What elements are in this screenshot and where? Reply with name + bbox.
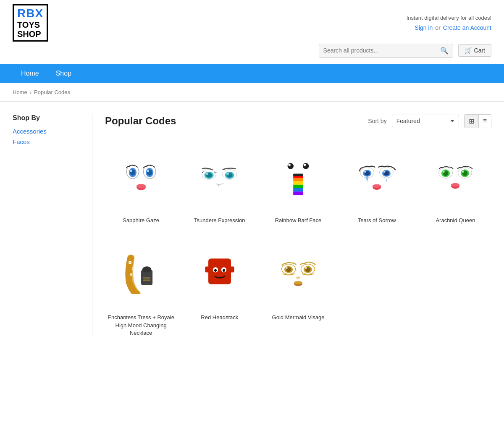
header-right: Instant digital delivery for all codes! …	[407, 15, 491, 31]
svg-point-9	[136, 184, 146, 188]
svg-rect-66	[205, 266, 209, 272]
view-toggle: ⊞ ≡	[464, 114, 491, 128]
product-grid-row2: Enchantess Tress + Royale High Mood Chan…	[105, 237, 491, 337]
breadcrumb: Home › Popular Codes	[0, 83, 504, 102]
svg-rect-25	[293, 181, 303, 185]
cart-button[interactable]: 🛒 Cart	[458, 44, 491, 57]
product-name-enchantess-tress: Enchantess Tress + Royale High Mood Chan…	[105, 314, 177, 337]
product-card-rainbow-barf[interactable]: Rainbow Barf Face	[262, 140, 334, 224]
create-account-link[interactable]: Create an Account	[443, 24, 491, 31]
svg-point-20	[303, 163, 309, 169]
list-view-button[interactable]: ≡	[479, 115, 491, 128]
product-image-rainbow-barf	[262, 140, 334, 212]
nav-bar: Home Shop	[0, 64, 504, 83]
search-icon-button[interactable]: 🔍	[440, 47, 449, 55]
product-name-red-headstack: Red Headstack	[201, 314, 238, 321]
cart-label: Cart	[474, 47, 485, 54]
product-card-gold-mermaid-visage[interactable]: Gold Mermaid Visage	[262, 237, 334, 337]
product-image-gold-mermaid-visage	[262, 237, 334, 309]
svg-point-3	[130, 170, 132, 173]
instant-delivery-text: Instant digital delivery for all codes!	[407, 15, 491, 21]
products-title: Popular Codes	[105, 115, 176, 127]
svg-point-71	[286, 267, 288, 269]
breadcrumb-current: Popular Codes	[34, 89, 70, 95]
sort-area: Sort by Featured Best Selling Price: Low…	[368, 114, 491, 128]
breadcrumb-home[interactable]: Home	[13, 89, 27, 95]
product-name-tsundere: Tsundere Expression	[194, 217, 245, 224]
svg-rect-26	[293, 185, 303, 188]
products-area: Popular Codes Sort by Featured Best Sell…	[92, 114, 491, 337]
product-card-sapphire-gaze[interactable]: Sapphire Gaze	[105, 140, 177, 224]
product-name-rainbow-barf: Rainbow Barf Face	[275, 217, 322, 224]
or-text: or	[435, 24, 440, 31]
nav-item-shop[interactable]: Shop	[47, 64, 80, 83]
svg-point-75	[305, 267, 307, 269]
svg-point-48	[462, 171, 464, 173]
product-card-arachnid-queen[interactable]: Arachnid Queen	[420, 140, 491, 224]
header: RBX TOYS SHOP Instant digital delivery f…	[0, 0, 504, 44]
svg-rect-29	[293, 174, 303, 176]
svg-point-33	[364, 171, 366, 173]
sort-label: Sort by	[368, 118, 386, 124]
product-card-tears-of-sorrow[interactable]: Tears of Sorrow	[341, 140, 413, 224]
product-image-tears-of-sorrow	[341, 140, 413, 212]
svg-point-54	[132, 268, 134, 269]
cart-icon: 🛒	[465, 47, 472, 54]
svg-rect-61	[208, 258, 231, 284]
sort-select[interactable]: Featured Best Selling Price: Low to High…	[392, 115, 459, 127]
product-name-tears-of-sorrow: Tears of Sorrow	[358, 217, 396, 224]
product-grid-row1: Sapphire Gaze	[105, 140, 491, 224]
svg-point-50	[451, 183, 459, 186]
svg-point-44	[443, 171, 445, 173]
svg-point-76	[296, 276, 300, 279]
search-input[interactable]	[323, 47, 440, 54]
svg-rect-27	[293, 188, 303, 192]
main-content: Shop By Accessories Faces Popular Codes …	[0, 102, 504, 349]
logo-rbx: RBX	[17, 7, 43, 20]
svg-point-13	[206, 173, 208, 175]
sidebar-item-faces[interactable]: Faces	[13, 138, 84, 145]
search-box: 🔍	[319, 44, 453, 58]
product-image-arachnid-queen	[420, 140, 491, 212]
svg-point-21	[288, 164, 290, 166]
svg-point-40	[373, 184, 381, 188]
product-card-enchantess-tress[interactable]: Enchantess Tress + Royale High Mood Chan…	[105, 237, 177, 337]
product-image-red-headstack	[184, 237, 255, 309]
svg-rect-67	[230, 266, 234, 272]
svg-point-17	[227, 173, 229, 175]
header-search-row: 🔍 🛒 Cart	[0, 44, 504, 64]
svg-point-38	[383, 171, 386, 173]
svg-rect-28	[293, 192, 303, 195]
auth-links: Sign in or Create an Account	[415, 24, 491, 31]
sidebar-item-accessories[interactable]: Accessories	[13, 128, 84, 135]
product-name-arachnid-queen: Arachnid Queen	[436, 217, 475, 224]
nav-item-home[interactable]: Home	[13, 64, 47, 83]
product-image-enchantess-tress	[105, 237, 177, 309]
product-name-gold-mermaid-visage: Gold Mermaid Visage	[272, 314, 325, 321]
product-name-sapphire-gaze: Sapphire Gaze	[123, 217, 159, 224]
svg-point-52	[129, 262, 131, 263]
svg-rect-60	[143, 279, 150, 280]
svg-point-7	[147, 170, 149, 173]
logo[interactable]: RBX TOYS SHOP	[13, 4, 48, 42]
products-header: Popular Codes Sort by Featured Best Sell…	[105, 114, 491, 128]
svg-point-78	[294, 281, 302, 284]
product-card-red-headstack[interactable]: Red Headstack	[184, 237, 255, 337]
product-image-sapphire-gaze	[105, 140, 177, 212]
grid-view-button[interactable]: ⊞	[465, 115, 479, 128]
product-image-tsundere	[184, 140, 255, 212]
product-card-tsundere[interactable]: Tsundere Expression	[184, 140, 255, 224]
svg-point-65	[223, 269, 225, 272]
sidebar-title: Shop By	[13, 114, 84, 122]
svg-point-22	[304, 164, 306, 166]
logo-shop: SHOP	[17, 29, 41, 39]
svg-rect-24	[293, 178, 303, 181]
svg-point-64	[214, 269, 217, 272]
svg-point-56	[131, 274, 132, 275]
sign-in-link[interactable]: Sign in	[415, 24, 433, 31]
svg-point-58	[142, 266, 151, 272]
sidebar: Shop By Accessories Faces	[13, 114, 92, 337]
breadcrumb-separator: ›	[30, 89, 32, 95]
logo-toys: TOYS	[17, 20, 40, 29]
svg-rect-59	[143, 277, 150, 278]
